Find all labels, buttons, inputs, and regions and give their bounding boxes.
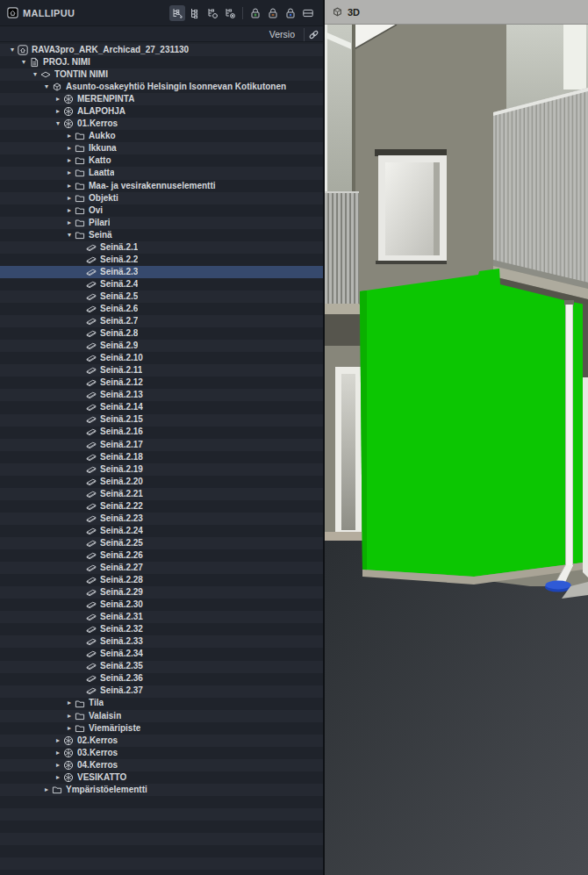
3d-view-tab[interactable]: 3D — [325, 0, 588, 25]
tree-item[interactable]: Seinä.2.9 — [0, 340, 323, 352]
lock-remove-button[interactable] — [265, 5, 281, 21]
link-button[interactable] — [304, 28, 323, 41]
balcony-railing-right[interactable] — [493, 88, 588, 312]
tree-item[interactable]: Seinä.2.7 — [0, 315, 323, 327]
tree-item[interactable]: Seinä.2.14 — [0, 401, 323, 413]
expand-arrow[interactable]: ▾ — [41, 81, 52, 93]
model-tree-filter-button[interactable] — [222, 5, 238, 21]
tree-item[interactable]: ▸ MERENPINTA — [0, 93, 323, 105]
expand-arrow[interactable]: ▸ — [64, 167, 75, 179]
expand-arrow[interactable]: ▸ — [64, 722, 75, 735]
tree-item[interactable]: ▸ Ikkuna — [0, 142, 323, 154]
tree-item[interactable]: ▸ ALAPOHJA — [0, 105, 323, 118]
tree-item[interactable]: Seinä.2.26 — [0, 549, 323, 562]
tree-item[interactable]: Seinä.2.33 — [0, 635, 323, 648]
tree-item[interactable]: ▾ 01.Kerros — [0, 118, 323, 130]
tree-item[interactable]: ▸ Objekti — [0, 192, 323, 204]
tree-item[interactable]: ▾ Seinä — [0, 229, 323, 241]
tree-item[interactable]: Seinä.2.30 — [0, 599, 323, 611]
balcony-railing-left[interactable] — [325, 191, 362, 346]
expand-arrow[interactable]: ▸ — [41, 784, 52, 796]
tree-item[interactable]: Seinä.2.2 — [0, 254, 323, 266]
expand-arrow[interactable]: ▸ — [53, 747, 63, 759]
tree-item[interactable]: Seinä.2.3 — [0, 266, 323, 278]
expand-arrow[interactable]: ▸ — [53, 93, 63, 105]
layout-rows-button[interactable] — [300, 5, 316, 21]
tree-item[interactable]: ▸ 02.Kerros — [0, 735, 323, 747]
tree-item[interactable]: Seinä.2.23 — [0, 513, 323, 525]
expand-arrow[interactable]: ▸ — [53, 735, 63, 747]
expand-arrow[interactable]: ▾ — [64, 229, 75, 241]
lock-keep-button[interactable] — [283, 5, 298, 21]
model-tree-select-button[interactable] — [169, 5, 185, 21]
tree-item[interactable]: Seinä.2.1 — [0, 241, 323, 254]
tree-item[interactable]: Seinä.2.6 — [0, 303, 323, 315]
expand-arrow[interactable]: ▸ — [53, 105, 63, 118]
expand-arrow[interactable]: ▸ — [64, 217, 75, 229]
tree-item[interactable]: Seinä.2.20 — [0, 476, 323, 488]
model-tree-settings-button[interactable] — [204, 5, 220, 21]
tree-item[interactable]: ▸ Laatta — [0, 167, 323, 179]
tree-item[interactable]: Seinä.2.29 — [0, 586, 323, 599]
tree-item[interactable]: Seinä.2.13 — [0, 389, 323, 401]
expand-arrow[interactable]: ▸ — [64, 180, 75, 192]
tree-item[interactable]: ▸ Pilari — [0, 217, 323, 229]
tree-item[interactable]: ▾ TONTIN NIMI — [0, 68, 323, 81]
tree-item[interactable]: ▸ Katto — [0, 154, 323, 167]
tree-item[interactable]: ▸ 04.Kerros — [0, 759, 323, 771]
expand-arrow[interactable]: ▸ — [64, 204, 75, 217]
tree-item[interactable]: ▸ Viemäripiste — [0, 722, 323, 735]
tree-item[interactable]: ▸ Tila — [0, 697, 323, 709]
tree-item[interactable]: Seinä.2.22 — [0, 500, 323, 513]
tree-item[interactable]: ▸ VESIKATTO — [0, 771, 323, 784]
3d-scene[interactable] — [325, 25, 588, 875]
expand-arrow[interactable]: ▸ — [64, 710, 75, 722]
tree-item[interactable]: ▸ Aukko — [0, 130, 323, 142]
tree-item[interactable]: ▸ Maa- ja vesirakennuselementti — [0, 180, 323, 192]
expand-arrow[interactable]: ▾ — [18, 56, 29, 68]
glass-panel[interactable] — [325, 25, 354, 193]
tree-item[interactable]: Seinä.2.37 — [0, 685, 323, 697]
tree-item[interactable]: Seinä.2.10 — [0, 352, 323, 364]
model-tree-plain-button[interactable] — [187, 5, 203, 21]
tree-item[interactable]: ▸ Ovi — [0, 204, 323, 217]
expand-arrow[interactable]: ▸ — [64, 192, 75, 204]
tree-item[interactable]: Seinä.2.18 — [0, 451, 323, 463]
tree-item[interactable]: ▾ RAVA3pro_ARK_Archicad_27_231130 — [0, 44, 323, 56]
tree-item[interactable]: Seinä.2.4 — [0, 278, 323, 290]
selected-wall-green[interactable] — [360, 269, 585, 577]
floor[interactable] — [325, 541, 588, 875]
tree-item[interactable]: Seinä.2.11 — [0, 364, 323, 377]
tree-item[interactable]: Seinä.2.24 — [0, 525, 323, 537]
tree-item[interactable]: Seinä.2.16 — [0, 426, 323, 438]
tree-item[interactable]: Seinä.2.28 — [0, 574, 323, 586]
expand-arrow[interactable]: ▾ — [53, 118, 63, 130]
expand-arrow[interactable]: ▸ — [64, 697, 75, 709]
tree-item[interactable]: Seinä.2.19 — [0, 463, 323, 476]
expand-arrow[interactable]: ▸ — [64, 154, 75, 167]
tree-item[interactable]: Seinä.2.34 — [0, 648, 323, 660]
tree-item[interactable]: Seinä.2.25 — [0, 537, 323, 549]
expand-arrow[interactable]: ▸ — [64, 130, 75, 142]
tree-item[interactable]: Seinä.2.15 — [0, 413, 323, 426]
expand-arrow[interactable]: ▸ — [64, 142, 75, 154]
tree-item[interactable]: ▸ 03.Kerros — [0, 747, 323, 759]
tree-item[interactable]: Seinä.2.17 — [0, 439, 323, 451]
tree-item[interactable]: ▾ PROJ. NIMI — [0, 56, 323, 68]
expand-arrow[interactable]: ▾ — [30, 68, 40, 81]
tree-item[interactable]: ▸ Valaisin — [0, 710, 323, 722]
expand-arrow[interactable]: ▾ — [7, 44, 18, 56]
lock-add-button[interactable] — [247, 5, 263, 21]
tree-item[interactable]: Seinä.2.5 — [0, 290, 323, 303]
tree-item[interactable]: Seinä.2.8 — [0, 327, 323, 340]
tree-item[interactable]: ▸ Ympäristöelementti — [0, 784, 323, 796]
tree-item[interactable]: Seinä.2.36 — [0, 672, 323, 685]
tree-item[interactable]: Seinä.2.31 — [0, 611, 323, 623]
expand-arrow[interactable]: ▸ — [53, 771, 63, 784]
floor-drain-blue[interactable] — [545, 581, 571, 592]
tree-item[interactable]: Seinä.2.12 — [0, 377, 323, 389]
expand-arrow[interactable]: ▸ — [53, 759, 63, 771]
tree-item[interactable]: Seinä.2.21 — [0, 488, 323, 500]
tree-item[interactable]: Seinä.2.35 — [0, 660, 323, 672]
tree-item[interactable]: Seinä.2.27 — [0, 562, 323, 574]
